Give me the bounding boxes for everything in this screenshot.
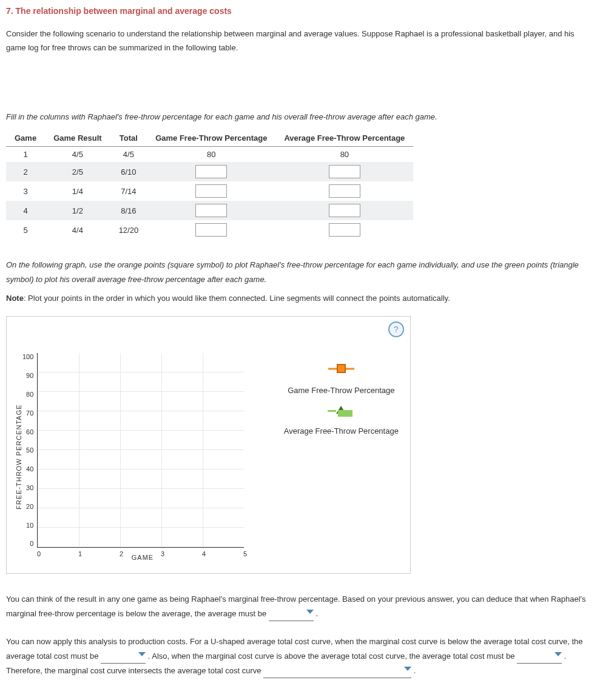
paragraph-costs: You can now apply this analysis to produ… bbox=[6, 634, 591, 678]
cell-result: 1/2 bbox=[45, 201, 110, 220]
table-row: 1 4/5 4/5 80 80 bbox=[6, 147, 413, 163]
dropdown-average-direction[interactable] bbox=[269, 607, 314, 621]
y-axis-label: FREE-THROW PERCENTAGE bbox=[13, 353, 22, 561]
cell-total: 4/5 bbox=[110, 147, 147, 163]
cell-result: 4/4 bbox=[45, 220, 110, 240]
cell-total: 6/10 bbox=[110, 162, 147, 181]
cell-total: 8/16 bbox=[110, 201, 147, 220]
note-label: Note bbox=[6, 294, 24, 303]
y-ticks: 100 90 80 70 60 50 40 30 20 10 0 bbox=[22, 353, 37, 547]
col-game-pct: Game Free-Throw Percentage bbox=[147, 130, 275, 147]
cell-game: 1 bbox=[6, 147, 45, 163]
legend-label: Average Free-Throw Percentage bbox=[274, 426, 408, 436]
cell-total: 7/14 bbox=[110, 181, 147, 201]
input-game-pct[interactable] bbox=[195, 165, 227, 178]
input-game-pct[interactable] bbox=[195, 204, 227, 217]
input-game-pct[interactable] bbox=[195, 223, 227, 237]
table-row: 4 1/2 8/16 bbox=[6, 201, 413, 220]
input-avg-pct[interactable] bbox=[329, 204, 360, 217]
x-ticks: 0 1 2 3 4 5 bbox=[39, 548, 246, 550]
dropdown-intersection[interactable] bbox=[263, 664, 411, 678]
col-total: Total bbox=[110, 130, 147, 147]
col-game: Game bbox=[6, 130, 45, 147]
cell-game: 4 bbox=[6, 201, 45, 220]
graph-panel: ? FREE-THROW PERCENTAGE 100 90 80 70 60 … bbox=[6, 316, 411, 574]
free-throw-table: Game Game Result Total Game Free-Throw P… bbox=[6, 130, 413, 240]
legend-label: Game Free-Throw Percentage bbox=[274, 386, 408, 395]
intro-text: Consider the following scenario to under… bbox=[6, 27, 591, 55]
col-avg-pct: Average Free-Throw Percentage bbox=[275, 130, 413, 147]
question-title: 7. The relationship between marginal and… bbox=[6, 6, 591, 16]
orange-square-icon bbox=[337, 364, 346, 373]
dropdown-atc-above[interactable] bbox=[517, 649, 562, 664]
table-instruction: Fill in the columns with Raphael's free-… bbox=[6, 110, 591, 124]
legend: Game Free-Throw Percentage Average Free-… bbox=[274, 353, 408, 548]
col-result: Game Result bbox=[45, 130, 110, 147]
cell-result: 1/4 bbox=[45, 181, 110, 201]
cell-game: 5 bbox=[6, 220, 45, 240]
legend-item-game[interactable]: Game Free-Throw Percentage bbox=[274, 364, 408, 395]
paragraph-marginal: You can think of the result in any one g… bbox=[6, 592, 591, 621]
table-row: 2 2/5 6/10 bbox=[6, 162, 413, 181]
input-avg-pct[interactable] bbox=[329, 165, 360, 178]
cell-game-pct: 80 bbox=[147, 147, 275, 163]
graph-note: Note: Plot your points in the order in w… bbox=[6, 291, 591, 305]
text: . bbox=[414, 666, 416, 675]
graph-instruction: On the following graph, use the orange p… bbox=[6, 258, 591, 286]
plot-area[interactable] bbox=[37, 353, 244, 548]
cell-result: 4/5 bbox=[45, 147, 110, 163]
green-triangle-icon bbox=[336, 406, 346, 414]
cell-game: 3 bbox=[6, 181, 45, 201]
text: . Also, when the marginal cost curve is … bbox=[148, 651, 517, 661]
text: . bbox=[315, 609, 318, 618]
x-axis-label: GAME bbox=[39, 554, 246, 561]
cell-total: 12/20 bbox=[110, 220, 147, 240]
dropdown-atc-below[interactable] bbox=[101, 649, 146, 664]
input-game-pct[interactable] bbox=[195, 184, 227, 198]
table-row: 3 1/4 7/14 bbox=[6, 181, 413, 201]
legend-item-average[interactable]: Average Free-Throw Percentage bbox=[274, 406, 408, 436]
note-text: : Plot your points in the order in which… bbox=[24, 294, 450, 303]
cell-result: 2/5 bbox=[45, 162, 110, 181]
input-avg-pct[interactable] bbox=[329, 223, 360, 237]
table-row: 5 4/4 12/20 bbox=[6, 220, 413, 240]
cell-avg-pct: 80 bbox=[275, 147, 413, 163]
cell-game: 2 bbox=[6, 162, 45, 181]
input-avg-pct[interactable] bbox=[329, 184, 360, 198]
